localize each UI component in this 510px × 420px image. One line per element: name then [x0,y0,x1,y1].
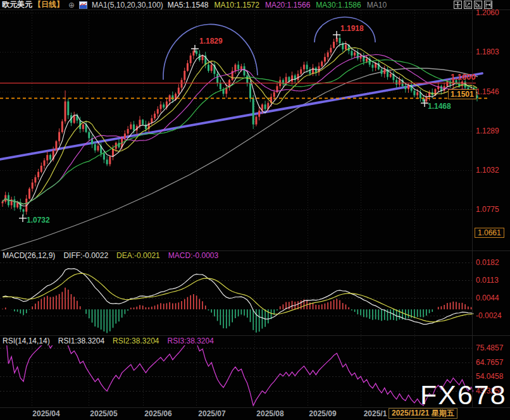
macd-axis-label: 0.0044 [476,293,499,302]
macd-axis-label: 0.0113 [476,276,499,285]
ma-value-label: MA30:1.1586 [316,1,361,9]
price-axis-label: 1.1032 [476,166,499,175]
chart-header: 欧元美元【日线】 ⊕ MA1(5,10,20,30,100) MA5:1.154… [0,0,510,9]
ma-value-label: MA10:1.1572 [215,1,259,9]
rsi-readout-row: RSI(14,14,14) RSI1:38.3204 RSI2:38.3204 … [3,337,214,345]
month-label: 2025/06 [144,409,171,418]
price-axis-label: 1.0775 [476,205,499,214]
symbol-title: 欧元美元 [2,0,32,10]
axis-low-tag: 1.0661 [475,228,504,238]
crosshair-move-icon[interactable] [454,1,462,9]
chart-canvas[interactable] [0,0,510,420]
rsi-1: RSI1:38.3204 [58,337,104,345]
annotation-peak1: 1.1829 [199,37,223,46]
add-icon[interactable]: ⊕ [68,1,75,9]
indicator-label[interactable]: MA1(5,10,20,30,100) [92,1,163,9]
rsi-name[interactable]: RSI(14,14,14) [3,337,50,345]
current-price-tag: 1.1501 [448,89,476,99]
month-label: 2025/09 [309,409,336,418]
rsi-axis-label: 64.7657 [476,358,503,367]
chart-toolbar [454,1,492,9]
period-label[interactable]: 【日线】 [34,0,64,10]
macd-dea: DEA:-0.0021 [116,251,160,260]
ma-values: MA5:1.1548MA10:1.1572MA20:1.1566MA30:1.1… [168,1,387,9]
rsi-axis-label: 75.4857 [476,343,503,352]
price-axis-label: 1.2060 [476,8,499,17]
price-axis-label: 1.1803 [476,47,499,56]
rsi-2: RSI2:38.3204 [113,337,159,345]
macd-axis-label: 0.0182 [476,258,499,267]
macd-axis-label: -0.0024 [476,311,502,320]
annotation-low2: 1.1468 [428,102,451,111]
macd-readout-row: MACD(26,12,9) DIFF:-0.0022 DEA:-0.0021 M… [3,251,218,260]
pan-right-icon[interactable] [484,1,492,9]
macd-diff: DIFF:-0.0022 [63,251,108,260]
scale-left-icon[interactable] [464,1,472,9]
chart-type-icon[interactable] [79,1,87,9]
price-axis-label: 1.1546 [476,87,499,96]
ma-value-label: MA10 [367,1,387,9]
month-label: 2025/04 [32,409,59,418]
resistance-level-label: 1.1600 [451,72,476,82]
month-label: 2025/05 [90,409,117,418]
macd-macd: MACD:-0.0003 [168,251,218,260]
month-label: 2025/1 [364,409,387,418]
ma-value-label: MA5:1.1548 [168,1,209,9]
price-axis-label: 1.1289 [476,127,499,135]
fx678-watermark: FX678 [420,380,507,411]
trading-chart-window: 欧元美元【日线】 ⊕ MA1(5,10,20,30,100) MA5:1.154… [0,0,510,420]
annotation-peak2: 1.1918 [340,24,364,33]
scale-right-icon[interactable] [474,1,482,9]
macd-name[interactable]: MACD(26,12,9) [3,251,55,260]
annotation-low1: 1.0732 [27,216,50,225]
rsi-3: RSI3:38.3204 [168,337,214,345]
ma-value-label: MA20:1.1566 [265,1,310,9]
month-label: 2025/08 [256,409,283,418]
month-label: 2025/07 [198,409,225,418]
